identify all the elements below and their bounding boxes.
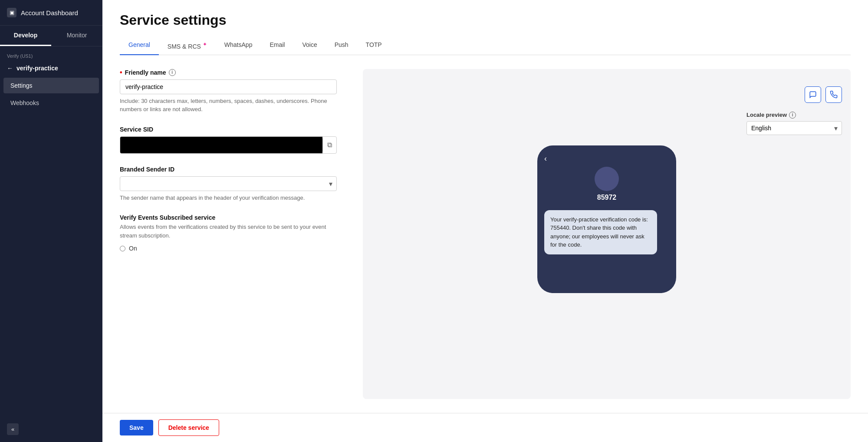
tab-develop[interactable]: Develop — [0, 26, 51, 46]
locale-info-icon[interactable]: i — [789, 112, 796, 119]
friendly-name-info-icon[interactable]: i — [169, 69, 176, 76]
tab-sms-rcs[interactable]: SMS & RCS✦ — [159, 37, 216, 55]
content-area: • Friendly name i Include: 30 characters… — [102, 55, 868, 413]
service-label: Verify (US1) — [0, 46, 102, 61]
action-bar: Save Delete service — [102, 413, 868, 442]
branded-sender-select[interactable] — [120, 176, 337, 191]
sidebar: ▣ Account Dashboard Develop Monitor Veri… — [0, 0, 102, 442]
tab-whatsapp[interactable]: WhatsApp — [216, 37, 261, 55]
sidebar-item-settings[interactable]: Settings — [3, 78, 99, 93]
save-button[interactable]: Save — [120, 420, 153, 435]
tab-monitor[interactable]: Monitor — [51, 26, 102, 46]
sidebar-tabs: Develop Monitor — [0, 26, 102, 46]
account-title: Account Dashboard — [21, 9, 78, 16]
service-sid-label: Service SID — [120, 126, 337, 133]
locale-select[interactable]: English Spanish French German Portuguese — [746, 121, 842, 135]
locale-label: Locale preview i — [746, 112, 842, 119]
page-title: Service settings — [120, 12, 851, 28]
tab-voice[interactable]: Voice — [293, 37, 326, 55]
back-link[interactable]: ← verify-practice — [0, 61, 102, 77]
required-indicator: • — [120, 69, 122, 76]
tab-general[interactable]: General — [120, 37, 159, 55]
on-radio-label[interactable]: On — [120, 245, 337, 252]
verify-events-desc: Allows events from the verifications cre… — [120, 223, 337, 240]
page-title-section: Service settings General SMS & RCS✦ What… — [102, 0, 868, 55]
verify-events-group: Verify Events Subscribed service Allows … — [120, 214, 337, 252]
tabs-bar: General SMS & RCS✦ WhatsApp Email Voice … — [120, 37, 851, 55]
service-sid-input[interactable] — [120, 137, 322, 153]
sidebar-item-webhooks[interactable]: Webhooks — [3, 95, 99, 111]
tab-push[interactable]: Push — [326, 37, 357, 55]
sms-badge: ✦ — [203, 41, 207, 47]
preview-top-icons — [805, 86, 842, 103]
delete-service-button[interactable]: Delete service — [158, 419, 219, 436]
branded-sender-label: Branded Sender ID — [120, 166, 337, 173]
friendly-name-hint: Include: 30 characters max, letters, num… — [120, 97, 337, 114]
on-radio[interactable] — [120, 246, 125, 251]
preview-column: Locale preview i English Spanish French … — [363, 69, 851, 399]
phone-contact-name: 85972 — [597, 194, 617, 201]
sidebar-collapse: « — [0, 416, 102, 442]
back-link-text: verify-practice — [16, 65, 58, 72]
friendly-name-group: • Friendly name i Include: 30 characters… — [120, 69, 337, 114]
branded-sender-hint: The sender name that appears in the head… — [120, 194, 337, 202]
main-content: Service settings General SMS & RCS✦ What… — [102, 0, 868, 442]
locale-section: Locale preview i English Spanish French … — [746, 112, 842, 135]
branded-sender-group: Branded Sender ID ▾ The sender name that… — [120, 166, 337, 202]
phone-message-bubble: Your verify-practice verification code i… — [544, 210, 657, 254]
form-column: • Friendly name i Include: 30 characters… — [120, 69, 337, 399]
friendly-name-input[interactable] — [120, 79, 337, 94]
sidebar-header: ▣ Account Dashboard — [0, 0, 102, 26]
friendly-name-label: • Friendly name i — [120, 69, 337, 76]
tab-email[interactable]: Email — [261, 37, 293, 55]
locale-select-wrapper: English Spanish French German Portuguese… — [746, 121, 842, 135]
copy-sid-button[interactable]: ⧉ — [322, 139, 336, 152]
sid-input-wrapper: ⧉ — [120, 136, 337, 154]
branded-sender-select-wrapper: ▾ — [120, 176, 337, 191]
collapse-button[interactable]: « — [7, 423, 19, 435]
sms-preview-button[interactable] — [805, 86, 821, 103]
phone-avatar — [595, 167, 619, 191]
phone-back-button[interactable]: ‹ — [544, 154, 547, 163]
verify-events-title: Verify Events Subscribed service — [120, 214, 337, 221]
service-sid-group: Service SID ⧉ — [120, 126, 337, 154]
tab-totp[interactable]: TOTP — [357, 37, 391, 55]
back-arrow: ← — [7, 65, 13, 72]
call-preview-button[interactable] — [825, 86, 842, 103]
phone-mockup: ‹ 85972 Your verify-practice verificatio… — [537, 145, 676, 293]
account-icon: ▣ — [7, 8, 16, 17]
